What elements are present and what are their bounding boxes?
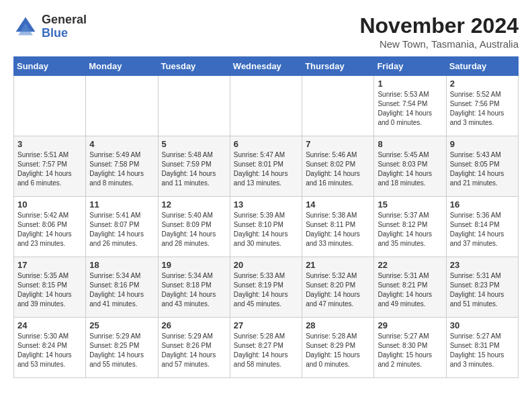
day-info: Sunrise: 5:39 AM Sunset: 8:10 PM Dayligh…: [234, 211, 298, 248]
day-info: Sunrise: 5:28 AM Sunset: 8:27 PM Dayligh…: [234, 332, 298, 369]
calendar-week-row: 24Sunrise: 5:30 AM Sunset: 8:24 PM Dayli…: [14, 318, 519, 378]
day-number: 14: [306, 199, 370, 210]
day-number: 10: [17, 199, 82, 210]
day-number: 1: [378, 79, 442, 89]
calendar-week-row: 10Sunrise: 5:42 AM Sunset: 8:06 PM Dayli…: [14, 197, 519, 257]
calendar-cell: [230, 76, 302, 136]
day-info: Sunrise: 5:52 AM Sunset: 7:56 PM Dayligh…: [450, 90, 515, 128]
calendar-cell: 14Sunrise: 5:38 AM Sunset: 8:11 PM Dayli…: [302, 197, 374, 257]
calendar-cell: 26Sunrise: 5:29 AM Sunset: 8:26 PM Dayli…: [158, 318, 230, 378]
day-info: Sunrise: 5:53 AM Sunset: 7:54 PM Dayligh…: [378, 90, 442, 128]
day-info: Sunrise: 5:51 AM Sunset: 7:57 PM Dayligh…: [17, 150, 82, 188]
day-info: Sunrise: 5:49 AM Sunset: 7:58 PM Dayligh…: [89, 150, 154, 188]
calendar-cell: 17Sunrise: 5:35 AM Sunset: 8:15 PM Dayli…: [14, 257, 86, 318]
page-header: General Blue November 2024 New Town, Tas…: [13, 13, 519, 50]
day-number: 17: [17, 260, 82, 270]
day-number: 6: [234, 139, 298, 149]
day-number: 30: [450, 320, 515, 330]
calendar-cell: 28Sunrise: 5:28 AM Sunset: 8:29 PM Dayli…: [302, 318, 374, 378]
calendar-cell: 21Sunrise: 5:32 AM Sunset: 8:20 PM Dayli…: [302, 257, 374, 318]
calendar-cell: 22Sunrise: 5:31 AM Sunset: 8:21 PM Dayli…: [374, 257, 446, 318]
day-info: Sunrise: 5:48 AM Sunset: 7:59 PM Dayligh…: [162, 150, 226, 188]
day-number: 9: [450, 139, 515, 149]
day-number: 22: [378, 260, 442, 270]
day-info: Sunrise: 5:47 AM Sunset: 8:01 PM Dayligh…: [234, 150, 298, 188]
day-info: Sunrise: 5:46 AM Sunset: 8:02 PM Dayligh…: [306, 150, 370, 188]
logo-text: General Blue: [42, 13, 87, 40]
day-info: Sunrise: 5:43 AM Sunset: 8:05 PM Dayligh…: [450, 150, 515, 188]
calendar-cell: [86, 76, 158, 136]
calendar-week-row: 17Sunrise: 5:35 AM Sunset: 8:15 PM Dayli…: [14, 257, 519, 318]
day-info: Sunrise: 5:34 AM Sunset: 8:18 PM Dayligh…: [162, 271, 226, 309]
calendar-cell: 23Sunrise: 5:31 AM Sunset: 8:23 PM Dayli…: [446, 257, 518, 318]
day-info: Sunrise: 5:33 AM Sunset: 8:19 PM Dayligh…: [234, 271, 298, 309]
calendar-header-row: SundayMondayTuesdayWednesdayThursdayFrid…: [14, 57, 519, 76]
day-number: 20: [234, 260, 298, 270]
day-number: 15: [378, 199, 442, 210]
location: New Town, Tasmania, Australia: [359, 38, 519, 50]
day-info: Sunrise: 5:27 AM Sunset: 8:31 PM Dayligh…: [450, 332, 515, 369]
day-number: 29: [378, 320, 442, 330]
logo: General Blue: [13, 13, 87, 40]
month-title: November 2024: [359, 13, 519, 38]
day-number: 8: [378, 139, 442, 149]
day-number: 3: [17, 139, 82, 149]
calendar-cell: 30Sunrise: 5:27 AM Sunset: 8:31 PM Dayli…: [446, 318, 518, 378]
calendar-cell: 5Sunrise: 5:48 AM Sunset: 7:59 PM Daylig…: [158, 136, 230, 197]
day-info: Sunrise: 5:36 AM Sunset: 8:14 PM Dayligh…: [450, 211, 515, 248]
calendar-cell: 13Sunrise: 5:39 AM Sunset: 8:10 PM Dayli…: [230, 197, 302, 257]
day-info: Sunrise: 5:35 AM Sunset: 8:15 PM Dayligh…: [17, 271, 82, 309]
calendar-cell: 9Sunrise: 5:43 AM Sunset: 8:05 PM Daylig…: [446, 136, 518, 197]
title-block: November 2024 New Town, Tasmania, Austra…: [359, 13, 519, 50]
calendar-cell: 18Sunrise: 5:34 AM Sunset: 8:16 PM Dayli…: [86, 257, 158, 318]
header-saturday: Saturday: [446, 57, 518, 76]
calendar-cell: 29Sunrise: 5:27 AM Sunset: 8:30 PM Dayli…: [374, 318, 446, 378]
calendar-cell: 12Sunrise: 5:40 AM Sunset: 8:09 PM Dayli…: [158, 197, 230, 257]
day-info: Sunrise: 5:28 AM Sunset: 8:29 PM Dayligh…: [306, 332, 370, 369]
day-info: Sunrise: 5:37 AM Sunset: 8:12 PM Dayligh…: [378, 211, 442, 248]
calendar-cell: 7Sunrise: 5:46 AM Sunset: 8:02 PM Daylig…: [302, 136, 374, 197]
calendar-cell: 1Sunrise: 5:53 AM Sunset: 7:54 PM Daylig…: [374, 76, 446, 136]
header-friday: Friday: [374, 57, 446, 76]
day-number: 28: [306, 320, 370, 330]
day-info: Sunrise: 5:40 AM Sunset: 8:09 PM Dayligh…: [162, 211, 226, 248]
calendar-cell: 15Sunrise: 5:37 AM Sunset: 8:12 PM Dayli…: [374, 197, 446, 257]
day-info: Sunrise: 5:42 AM Sunset: 8:06 PM Dayligh…: [17, 211, 82, 248]
calendar-cell: [158, 76, 230, 136]
header-tuesday: Tuesday: [158, 57, 230, 76]
header-sunday: Sunday: [14, 57, 86, 76]
calendar-cell: 3Sunrise: 5:51 AM Sunset: 7:57 PM Daylig…: [14, 136, 86, 197]
day-info: Sunrise: 5:29 AM Sunset: 8:25 PM Dayligh…: [89, 332, 154, 369]
day-number: 16: [450, 199, 515, 210]
calendar-cell: 10Sunrise: 5:42 AM Sunset: 8:06 PM Dayli…: [14, 197, 86, 257]
calendar-week-row: 1Sunrise: 5:53 AM Sunset: 7:54 PM Daylig…: [14, 76, 519, 136]
header-wednesday: Wednesday: [230, 57, 302, 76]
day-info: Sunrise: 5:45 AM Sunset: 8:03 PM Dayligh…: [378, 150, 442, 188]
day-number: 25: [89, 320, 154, 330]
calendar-cell: 27Sunrise: 5:28 AM Sunset: 8:27 PM Dayli…: [230, 318, 302, 378]
day-info: Sunrise: 5:30 AM Sunset: 8:24 PM Dayligh…: [17, 332, 82, 369]
calendar-table: SundayMondayTuesdayWednesdayThursdayFrid…: [13, 56, 519, 378]
calendar-cell: 20Sunrise: 5:33 AM Sunset: 8:19 PM Dayli…: [230, 257, 302, 318]
day-number: 21: [306, 260, 370, 270]
day-number: 27: [234, 320, 298, 330]
day-number: 26: [162, 320, 226, 330]
calendar-cell: 2Sunrise: 5:52 AM Sunset: 7:56 PM Daylig…: [446, 76, 518, 136]
calendar-cell: 16Sunrise: 5:36 AM Sunset: 8:14 PM Dayli…: [446, 197, 518, 257]
logo-icon: [13, 15, 38, 39]
day-info: Sunrise: 5:41 AM Sunset: 8:07 PM Dayligh…: [89, 211, 154, 248]
day-info: Sunrise: 5:34 AM Sunset: 8:16 PM Dayligh…: [89, 271, 154, 309]
day-number: 4: [89, 139, 154, 149]
day-number: 11: [89, 199, 154, 210]
calendar-cell: 6Sunrise: 5:47 AM Sunset: 8:01 PM Daylig…: [230, 136, 302, 197]
calendar-week-row: 3Sunrise: 5:51 AM Sunset: 7:57 PM Daylig…: [14, 136, 519, 197]
header-thursday: Thursday: [302, 57, 374, 76]
calendar-cell: [14, 76, 86, 136]
calendar-cell: [302, 76, 374, 136]
calendar-cell: 25Sunrise: 5:29 AM Sunset: 8:25 PM Dayli…: [86, 318, 158, 378]
calendar-cell: 19Sunrise: 5:34 AM Sunset: 8:18 PM Dayli…: [158, 257, 230, 318]
day-info: Sunrise: 5:29 AM Sunset: 8:26 PM Dayligh…: [162, 332, 226, 369]
day-number: 2: [450, 79, 515, 89]
day-info: Sunrise: 5:38 AM Sunset: 8:11 PM Dayligh…: [306, 211, 370, 248]
day-info: Sunrise: 5:31 AM Sunset: 8:21 PM Dayligh…: [378, 271, 442, 309]
